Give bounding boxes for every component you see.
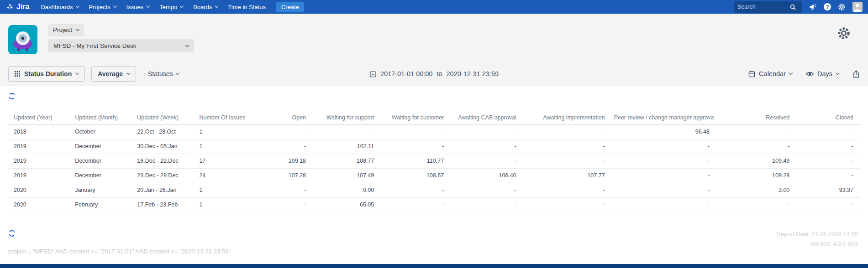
report-toolbar: Status Duration Average Statuses 2017-01… — [8, 65, 860, 83]
chevron-down-icon — [75, 71, 79, 75]
cell: - — [794, 139, 860, 154]
cell: - — [448, 139, 521, 154]
help-icon[interactable]: ? — [824, 3, 831, 10]
cell: - — [794, 124, 860, 139]
cell: 107.49 — [310, 168, 379, 183]
cell: 108.67 — [379, 168, 448, 183]
cell: - — [521, 139, 610, 154]
jira-brand-label: Jira — [16, 3, 29, 11]
col-peer-review: Peer review / change manager approval — [610, 111, 714, 124]
cell: - — [521, 124, 610, 139]
cell: 17.Feb - 23.Feb — [132, 197, 195, 212]
cell: - — [521, 197, 610, 212]
nav-item-tempo[interactable]: Tempo — [154, 0, 188, 14]
nav-label-boards: Boards — [193, 4, 212, 10]
refresh-icon[interactable] — [8, 230, 16, 239]
cell: 0.00 — [310, 183, 379, 197]
cell: - — [714, 197, 794, 212]
cell: 65.05 — [310, 197, 379, 212]
cell: - — [714, 139, 794, 154]
user-avatar[interactable] — [852, 2, 863, 12]
cell: 1 — [195, 197, 246, 212]
metric-button[interactable]: Average — [91, 66, 136, 82]
unit-dropdown[interactable]: Days — [806, 70, 839, 77]
table-row: 2020 January 20.Jan - 26.Jan 1 - 0.00 - … — [8, 183, 860, 197]
cell: - — [610, 139, 714, 154]
chevron-down-icon — [180, 4, 184, 8]
report-type-label: Status Duration — [24, 70, 72, 77]
nav-label-projects: Projects — [89, 4, 110, 10]
unit-label: Days — [817, 70, 832, 77]
table-header-row: Updated (Year) Updated (Month) Updated (… — [8, 111, 860, 124]
date-range-picker[interactable]: 2017-01-01 00:00 to 2020-12-31 23:59 — [369, 70, 499, 77]
report-type-button[interactable]: Status Duration — [8, 66, 85, 82]
cell: 1 — [195, 124, 246, 139]
cell: - — [379, 183, 448, 197]
cell: 3.00 — [714, 183, 794, 197]
search-input[interactable] — [737, 4, 790, 10]
col-waiting-for-customer: Waiting for customer — [379, 111, 448, 124]
date-separator: to — [437, 70, 442, 77]
jira-brand[interactable]: Jira — [5, 3, 29, 11]
metric-label: Average — [98, 70, 123, 77]
search-icon[interactable] — [790, 4, 796, 10]
cell: 96.48 — [610, 124, 714, 139]
chevron-down-icon — [176, 71, 179, 75]
cell: 1 — [195, 139, 246, 154]
gear-icon[interactable] — [838, 3, 846, 11]
chevron-down-icon — [126, 71, 130, 75]
cell: 109.49 — [714, 154, 794, 168]
cell: - — [610, 183, 714, 197]
cell: - — [610, 154, 714, 168]
cell: 107.77 — [521, 168, 610, 183]
col-awaiting-cab-approval: Awaiting CAB approval — [448, 111, 521, 124]
cell: - — [521, 154, 610, 168]
refresh-icon[interactable] — [8, 93, 16, 102]
create-button[interactable]: Create — [276, 2, 304, 12]
col-updated-month: Updated (Month) — [70, 111, 132, 124]
cell: - — [379, 124, 448, 139]
statuses-label: Statuses — [148, 70, 173, 77]
cell: 2020 — [8, 197, 70, 212]
statuses-dropdown[interactable]: Statuses — [148, 70, 179, 77]
nav-item-boards[interactable]: Boards — [188, 0, 223, 14]
cell: December — [70, 139, 132, 154]
cell: - — [448, 154, 521, 168]
calendar-mode-dropdown[interactable]: Calendar — [748, 70, 792, 77]
cell: January — [70, 183, 132, 197]
cell: December — [70, 154, 132, 168]
cell: 93.37 — [794, 183, 860, 197]
col-updated-week: Updated (Week) — [132, 111, 195, 124]
project-avatar — [8, 25, 37, 54]
report-meta: Report Date: 27.05.2020 14:55 Version: 4… — [776, 229, 858, 248]
cell: 17 — [195, 154, 246, 168]
report-date: Report Date: 27.05.2020 14:55 — [776, 229, 858, 239]
cell: 2019 — [8, 139, 70, 154]
date-to: 2020-12-31 23:59 — [447, 70, 499, 77]
cell: 22.Oct - 28.Oct — [132, 124, 195, 139]
cell: - — [794, 168, 860, 183]
announcement-icon[interactable] — [809, 4, 817, 10]
cell: - — [448, 197, 521, 212]
search-box[interactable] — [734, 1, 802, 13]
nav-item-dashboards[interactable]: Dashboards — [36, 0, 84, 14]
chevron-down-icon — [76, 27, 79, 31]
settings-gear-icon[interactable] — [837, 26, 851, 42]
nav-item-time-in-status[interactable]: Time in Status — [223, 0, 271, 14]
jira-logo-icon — [5, 3, 14, 11]
col-closed: Closed — [794, 111, 860, 124]
navbar-right-group: ? — [734, 1, 863, 13]
chevron-down-icon — [836, 71, 839, 75]
export-icon[interactable] — [852, 70, 860, 78]
project-select[interactable]: MFSD - My First Service Desk — [48, 39, 194, 52]
cell: 1 — [195, 183, 246, 197]
nav-item-issues[interactable]: Issues — [121, 0, 155, 14]
cell: 108.77 — [310, 154, 379, 168]
nav-item-projects[interactable]: Projects — [84, 0, 121, 14]
chevron-down-icon — [789, 71, 793, 75]
project-scope-button[interactable]: Project — [48, 24, 84, 36]
cell: February — [70, 197, 132, 212]
col-open: Open — [246, 111, 310, 124]
table-row: 2019 December 23.Dec - 29.Dec 24 107.28 … — [8, 168, 860, 183]
col-awaiting-implementation: Awaiting implementation — [521, 111, 610, 124]
